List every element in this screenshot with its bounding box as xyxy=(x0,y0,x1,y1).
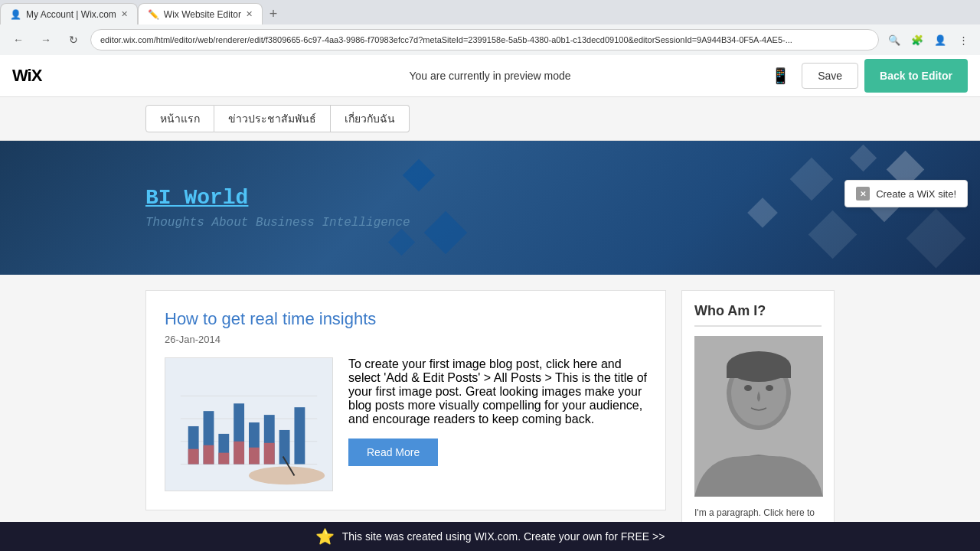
hero-subtitle: Thoughts About Business Intelligence xyxy=(145,216,410,230)
avatar-image xyxy=(694,336,823,497)
hero-shapes xyxy=(392,141,980,275)
tab1-favicon: 👤 xyxy=(10,9,21,20)
browser-tab-1[interactable]: 👤 My Account | Wix.com ✕ xyxy=(0,3,138,24)
account-icon[interactable]: 👤 xyxy=(931,31,949,49)
extensions-icon[interactable]: 🧩 xyxy=(908,31,926,49)
sidebar-avatar xyxy=(694,336,823,497)
svg-point-24 xyxy=(744,385,752,391)
hero-section: BI World Thoughts About Business Intelli… xyxy=(0,141,980,275)
browser-tabs: 👤 My Account | Wix.com ✕ ✏️ Wix Website … xyxy=(0,0,980,24)
blog-post-title: How to get real time insights xyxy=(165,309,647,329)
back-to-editor-button[interactable]: Back to Editor xyxy=(864,59,968,93)
tab2-favicon: ✏️ xyxy=(148,9,159,20)
create-wix-text: Create a WiX site! xyxy=(876,188,956,200)
svg-rect-27 xyxy=(727,367,791,378)
bottom-banner[interactable]: ⭐ This site was created using WIX.com. C… xyxy=(0,522,980,551)
blog-area: How to get real time insights 26-Jan-201… xyxy=(145,290,666,551)
svg-rect-18 xyxy=(264,443,275,465)
sidebar: Who Am I? xyxy=(681,290,835,551)
tab1-label: My Account | Wix.com xyxy=(26,9,116,20)
svg-rect-17 xyxy=(249,448,260,465)
svg-rect-13 xyxy=(188,449,199,465)
main-content: How to get real time insights 26-Jan-201… xyxy=(0,275,980,551)
blog-post-date: 26-Jan-2014 xyxy=(165,334,647,345)
sidebar-title: Who Am I? xyxy=(694,303,822,327)
tab2-label: Wix Website Editor xyxy=(164,9,241,20)
browser-nav: ← → ↻ editor.wix.com/html/editor/web/ren… xyxy=(0,24,980,55)
blog-post-text: To create your first image blog post, cl… xyxy=(348,357,647,491)
new-tab-button[interactable]: + xyxy=(263,3,284,24)
nav-item-about[interactable]: เกี่ยวกับฉัน xyxy=(331,105,410,132)
menu-icon[interactable]: ⋮ xyxy=(954,31,972,49)
search-icon[interactable]: 🔍 xyxy=(885,31,903,49)
blog-post-body: To create your first image blog post, cl… xyxy=(165,357,647,491)
browser-chrome: 👤 My Account | Wix.com ✕ ✏️ Wix Website … xyxy=(0,0,980,55)
tab2-close-icon[interactable]: ✕ xyxy=(246,9,253,19)
nav-icons: 🔍 🧩 👤 ⋮ xyxy=(885,31,972,49)
hero-text: BI World Thoughts About Business Intelli… xyxy=(145,186,410,230)
refresh-button[interactable]: ↻ xyxy=(63,29,84,51)
svg-rect-12 xyxy=(294,407,305,464)
address-bar[interactable]: editor.wix.com/html/editor/web/renderer/… xyxy=(90,29,879,51)
bottom-banner-icon: ⭐ xyxy=(315,527,335,546)
blog-chart-svg xyxy=(165,357,332,491)
wix-logo: WiX xyxy=(12,66,41,86)
svg-rect-16 xyxy=(234,442,244,465)
bottom-banner-text: This site was created using WIX.com. Cre… xyxy=(342,530,665,543)
tab1-close-icon[interactable]: ✕ xyxy=(121,9,128,19)
read-more-button[interactable]: Read More xyxy=(348,439,438,466)
editor-bar: WiX You are currently in preview mode 📱 … xyxy=(0,55,980,97)
svg-rect-14 xyxy=(204,445,214,465)
save-button[interactable]: Save xyxy=(802,63,858,89)
back-button[interactable]: ← xyxy=(8,29,29,51)
forward-button[interactable]: → xyxy=(35,29,57,51)
nav-item-home[interactable]: หน้าแรก xyxy=(145,105,214,132)
svg-point-19 xyxy=(249,466,325,484)
nav-item-news[interactable]: ข่าวประชาสัมพันธ์ xyxy=(214,105,331,132)
site-nav: หน้าแรก ข่าวประชาสัมพันธ์ เกี่ยวกับฉัน xyxy=(0,97,980,141)
hero-title: BI World xyxy=(145,186,410,210)
mobile-preview-icon[interactable]: 📱 xyxy=(768,64,792,88)
blog-post-1: How to get real time insights 26-Jan-201… xyxy=(145,290,666,510)
svg-rect-15 xyxy=(218,453,229,465)
sidebar-widget: Who Am I? xyxy=(681,290,835,551)
address-text: editor.wix.com/html/editor/web/renderer/… xyxy=(100,35,792,44)
blog-post-image xyxy=(165,357,333,491)
svg-point-25 xyxy=(766,385,773,391)
create-wix-close-icon[interactable]: ✕ xyxy=(856,187,870,201)
preview-mode-text: You are currently in preview mode xyxy=(409,70,570,82)
create-wix-banner: ✕ Create a WiX site! xyxy=(844,180,968,207)
website-content: ✕ Create a WiX site! หน้าแรก ข่าวประชาสั… xyxy=(0,97,980,551)
browser-tab-2[interactable]: ✏️ Wix Website Editor ✕ xyxy=(138,3,263,24)
blog-post-paragraph: To create your first image blog post, cl… xyxy=(348,357,647,426)
